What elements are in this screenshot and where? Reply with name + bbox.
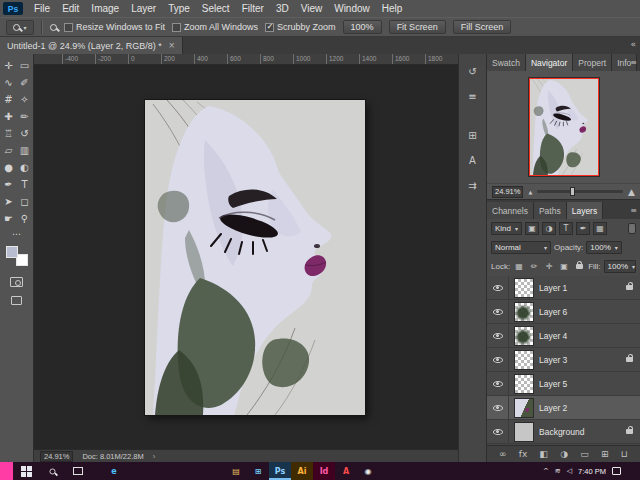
taskbar-explorer[interactable]: ▤	[225, 462, 247, 480]
slider-thumb[interactable]	[570, 187, 575, 196]
clock[interactable]: 7:40 PM	[578, 467, 606, 476]
layer-row[interactable]: Layer 3	[487, 348, 640, 372]
filter-toggle-switch[interactable]	[628, 223, 636, 234]
edit-toolbar-icon[interactable]: ⋯	[12, 229, 21, 239]
collapse-panels-icon[interactable]: «	[630, 39, 636, 49]
status-menu-arrow-icon[interactable]: ›	[153, 452, 156, 461]
zoom-tool[interactable]: ⚲	[17, 210, 33, 227]
marquee-tool[interactable]: ▭	[17, 57, 33, 74]
panel-tab[interactable]: Paths	[534, 202, 567, 219]
layer-thumbnail[interactable]	[515, 279, 533, 297]
menu-item[interactable]: Window	[328, 3, 376, 14]
gradient-tool[interactable]: ▥	[17, 142, 33, 159]
panel-tab[interactable]: Propert	[573, 54, 612, 71]
opacity-dropdown[interactable]: 100% ▾	[586, 241, 621, 254]
menu-item[interactable]: View	[295, 3, 329, 14]
panel-tab[interactable]: Navigator	[526, 54, 573, 71]
visibility-toggle[interactable]	[487, 324, 509, 347]
type-tool[interactable]: T	[17, 176, 33, 193]
navigator-thumbnail[interactable]	[529, 78, 599, 176]
zoom-in-icon[interactable]	[50, 24, 57, 31]
layer-thumbnail[interactable]	[515, 351, 533, 369]
move-tool[interactable]: ✛	[1, 57, 17, 74]
lock-position-icon[interactable]: ✛	[543, 261, 555, 273]
taskbar-store[interactable]: ⊞	[247, 462, 269, 480]
layer-row[interactable]: Layer 4	[487, 324, 640, 348]
tray-volume-icon[interactable]: ◁	[567, 467, 572, 475]
menu-item[interactable]: Edit	[56, 3, 85, 14]
options-checkbox[interactable]: Scrubby Zoom	[265, 22, 336, 32]
delete-layer-icon[interactable]: ⊔	[621, 450, 628, 459]
menu-item[interactable]: Help	[376, 3, 409, 14]
menu-item[interactable]: 3D	[270, 3, 295, 14]
menu-item[interactable]: Select	[196, 3, 236, 14]
shape-tool[interactable]: ◻	[17, 193, 33, 210]
new-adjustment-layer-icon[interactable]: ◑	[560, 450, 568, 459]
options-button[interactable]: 100%	[343, 20, 382, 34]
adjustments-icon[interactable]: ≡	[464, 87, 482, 105]
menu-item[interactable]: File	[28, 3, 56, 14]
lasso-tool[interactable]: ∿	[1, 74, 17, 91]
zoom-in-mountain-icon[interactable]: ▲	[628, 187, 635, 197]
taskbar-photoshop[interactable]: Ps	[269, 462, 291, 480]
lock-transparency-icon[interactable]: ▦	[513, 261, 525, 273]
filter-adjustment-icon[interactable]: ◑	[542, 222, 556, 235]
navigator-zoom-slider[interactable]	[537, 190, 623, 193]
canvas-artwork[interactable]	[145, 100, 365, 415]
layer-row[interactable]: Layer 2	[487, 396, 640, 420]
layer-row[interactable]: Background	[487, 420, 640, 444]
menu-item[interactable]: Image	[85, 3, 125, 14]
blur-tool[interactable]: ●	[1, 159, 17, 176]
navigator-proxy-view[interactable]	[529, 78, 599, 176]
menu-item[interactable]: Layer	[125, 3, 162, 14]
lock-pixels-icon[interactable]: ✏	[528, 261, 540, 273]
fill-dropdown[interactable]: 100% ▾	[604, 260, 636, 273]
layer-thumbnail[interactable]	[515, 327, 533, 345]
options-button[interactable]: Fill Screen	[453, 20, 512, 34]
path-selection-tool[interactable]: ➤	[1, 193, 17, 210]
taskbar-search-button[interactable]	[39, 462, 65, 480]
layer-row[interactable]: Layer 5	[487, 372, 640, 396]
visibility-toggle[interactable]	[487, 276, 509, 299]
panel-tab[interactable]: Swatch	[487, 54, 526, 71]
zoom-out-mountain-icon[interactable]: ▲	[528, 189, 532, 195]
navigator-zoom-field[interactable]: 24.91%	[492, 186, 523, 198]
quick-mask-icon[interactable]	[10, 277, 23, 287]
layer-row[interactable]: Layer 1	[487, 276, 640, 300]
options-checkbox[interactable]: Zoom All Windows	[172, 22, 258, 32]
panel-menu-icon[interactable]: ≡	[630, 58, 637, 67]
taskbar-edge[interactable]: e	[103, 462, 125, 480]
visibility-toggle[interactable]	[487, 300, 509, 323]
new-layer-icon[interactable]: ⊞	[601, 450, 609, 459]
visibility-toggle[interactable]	[487, 396, 509, 419]
layer-thumbnail[interactable]	[515, 399, 533, 417]
panel-tab[interactable]: Channels	[487, 202, 534, 219]
layer-thumbnail[interactable]	[515, 303, 533, 321]
filter-pixel-icon[interactable]: ▣	[525, 222, 539, 235]
glyphs-icon[interactable]: A	[464, 151, 482, 169]
add-mask-icon[interactable]: ◧	[540, 450, 549, 459]
history-icon[interactable]: ↺	[464, 62, 482, 80]
taskbar-acrobat[interactable]: A	[335, 462, 357, 480]
foreground-color-swatch[interactable]	[6, 246, 18, 258]
filter-smart-object-icon[interactable]: ▦	[593, 222, 607, 235]
notification-center-icon[interactable]	[612, 467, 621, 475]
taskbar-illustrator[interactable]: Ai	[291, 462, 313, 480]
visibility-toggle[interactable]	[487, 420, 509, 443]
history-brush-tool[interactable]: ↺	[17, 125, 33, 142]
menu-item[interactable]: Type	[162, 3, 196, 14]
menu-item[interactable]: Filter	[236, 3, 270, 14]
eraser-tool[interactable]: ▱	[1, 142, 17, 159]
lock-artboard-icon[interactable]: ▣	[558, 261, 570, 273]
kind-filter-dropdown[interactable]: Kind ▾	[491, 222, 522, 235]
pen-tool[interactable]: ✒	[1, 176, 17, 193]
lock-all-icon[interactable]	[573, 261, 585, 273]
brush-tool[interactable]: ✏	[17, 108, 33, 125]
tray-expand-icon[interactable]: ^	[543, 467, 549, 475]
libraries-icon[interactable]: ⊞	[464, 126, 482, 144]
panel-menu-icon[interactable]: ≡	[630, 206, 637, 215]
blend-mode-dropdown[interactable]: Normal ▾	[491, 241, 551, 254]
current-tool-button[interactable]: ▾	[6, 20, 34, 35]
options-checkbox[interactable]: Resize Windows to Fit	[64, 22, 165, 32]
tray-network-icon[interactable]: ≋	[555, 467, 561, 475]
